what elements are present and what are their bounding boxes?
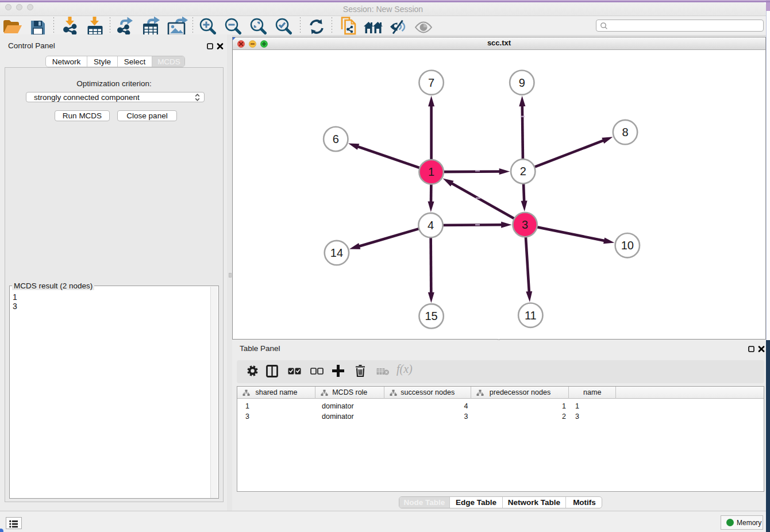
svg-text:10: 10 [621, 239, 634, 252]
svg-text:7: 7 [428, 76, 434, 89]
svg-text:8: 8 [622, 126, 628, 138]
svg-text:3: 3 [522, 218, 528, 231]
svg-text:4: 4 [428, 219, 434, 232]
svg-text:2: 2 [520, 165, 526, 178]
svg-text:9: 9 [519, 76, 525, 89]
svg-text:1: 1 [428, 165, 434, 178]
svg-text:6: 6 [333, 133, 339, 145]
svg-text:14: 14 [330, 246, 343, 259]
svg-text:11: 11 [525, 309, 537, 322]
svg-text:15: 15 [425, 310, 437, 322]
